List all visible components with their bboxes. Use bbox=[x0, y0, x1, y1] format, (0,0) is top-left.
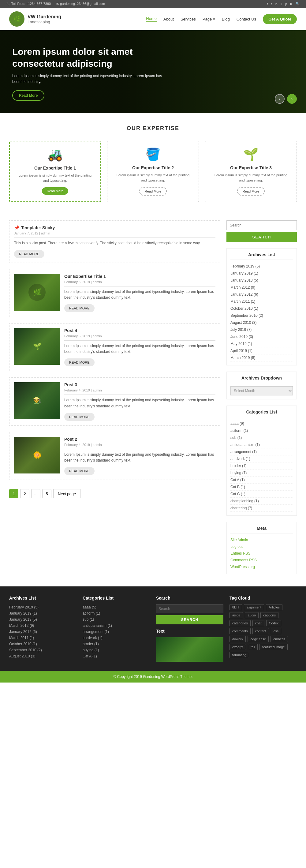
sidebar-search-button[interactable]: SEARCH bbox=[226, 232, 297, 242]
sticky-read-more[interactable]: READ MORE bbox=[14, 250, 44, 258]
list-item[interactable]: Cat B (1) bbox=[231, 484, 293, 491]
tag-8bit[interactable]: 8BIT bbox=[230, 604, 242, 610]
pinterest-icon[interactable]: p bbox=[285, 2, 287, 6]
list-item[interactable]: September 2010 (2) bbox=[231, 312, 293, 319]
footer-search-input[interactable] bbox=[156, 604, 223, 613]
list-item[interactable]: buying (1) bbox=[83, 647, 150, 653]
list-item[interactable]: arrangement (1) bbox=[231, 448, 293, 456]
page-5-button[interactable]: 5 bbox=[42, 489, 52, 498]
tag-codex[interactable]: Codex bbox=[266, 620, 281, 626]
post-3-read-more[interactable]: READ MORE bbox=[64, 413, 95, 421]
nav-blog[interactable]: Blog bbox=[222, 17, 230, 22]
list-item[interactable]: Cat C (1) bbox=[231, 491, 293, 498]
linkedin-icon[interactable]: li bbox=[281, 2, 282, 6]
tag-featured-image[interactable]: featured image bbox=[259, 644, 287, 650]
tag-articles[interactable]: Articles bbox=[266, 604, 282, 610]
list-item[interactable]: June 2019 (3) bbox=[231, 333, 293, 340]
search-icon[interactable]: 🔍 bbox=[296, 2, 300, 6]
page-1-button[interactable]: 1 bbox=[9, 489, 18, 498]
page-2-button[interactable]: 2 bbox=[20, 489, 29, 498]
tag-aside[interactable]: aside bbox=[230, 612, 243, 618]
list-item[interactable]: antiquarianism (1) bbox=[83, 623, 150, 629]
list-item[interactable]: Comments RSS bbox=[231, 557, 293, 563]
list-item[interactable]: buying (1) bbox=[231, 469, 293, 476]
hero-prev-button[interactable]: ‹ bbox=[275, 94, 284, 104]
list-item[interactable]: Cat A (1) bbox=[83, 653, 150, 659]
list-item[interactable]: January 2013 (5) bbox=[9, 616, 76, 623]
tag-css[interactable]: css bbox=[271, 628, 281, 634]
youtube-icon[interactable]: ▶ bbox=[290, 2, 293, 6]
list-item[interactable]: aciform (1) bbox=[231, 427, 293, 434]
archives-dropdown-select[interactable]: Select Month bbox=[231, 386, 293, 396]
tag-fail[interactable]: fail bbox=[248, 644, 258, 650]
list-item[interactable]: sub (1) bbox=[83, 616, 150, 623]
expertise-read-more-3[interactable]: Read More bbox=[237, 187, 265, 195]
list-item[interactable]: March 2011 (1) bbox=[9, 635, 76, 641]
list-item[interactable]: broder (1) bbox=[83, 641, 150, 647]
list-item[interactable]: WordPress.org bbox=[231, 563, 293, 570]
list-item[interactable]: Log out bbox=[231, 543, 293, 550]
list-item[interactable]: July 2019 (7) bbox=[231, 326, 293, 333]
list-item[interactable]: championblog (1) bbox=[231, 498, 293, 505]
list-item[interactable]: January 2019 (1) bbox=[9, 610, 76, 616]
list-item[interactable]: sub (1) bbox=[231, 434, 293, 441]
list-item[interactable]: aardvark (1) bbox=[231, 456, 293, 462]
list-item[interactable]: January 2019 (1) bbox=[231, 270, 293, 277]
list-item[interactable]: aaaa (9) bbox=[231, 420, 293, 427]
list-item[interactable]: March 2011 (1) bbox=[231, 298, 293, 305]
list-item[interactable]: October 2010 (1) bbox=[231, 305, 293, 312]
list-item[interactable]: aciform (1) bbox=[83, 610, 150, 616]
page-ellipsis[interactable]: ... bbox=[31, 489, 40, 498]
twitter-icon[interactable]: t bbox=[271, 2, 272, 6]
expertise-read-more-1[interactable]: Read More bbox=[42, 187, 68, 195]
list-item[interactable]: arrangement (1) bbox=[83, 629, 150, 635]
footer-search-button[interactable]: SEARCH bbox=[156, 615, 223, 624]
hero-next-button[interactable]: › bbox=[287, 94, 297, 104]
list-item[interactable]: Site Admin bbox=[231, 536, 293, 543]
list-item[interactable]: October 2010 (1) bbox=[9, 641, 76, 647]
expertise-read-more-2[interactable]: Read More bbox=[139, 187, 167, 195]
list-item[interactable]: Cat A (1) bbox=[231, 476, 293, 484]
list-item[interactable]: March 2019 (5) bbox=[231, 354, 293, 362]
list-item[interactable]: Entries RSS bbox=[231, 550, 293, 557]
instagram-icon[interactable]: in bbox=[275, 2, 278, 6]
hero-read-more-button[interactable]: Read More bbox=[12, 90, 44, 101]
nav-page[interactable]: Page ▾ bbox=[203, 17, 215, 22]
tag-categories[interactable]: categories bbox=[230, 620, 251, 626]
list-item[interactable]: August 2010 (3) bbox=[9, 653, 76, 659]
tag-content[interactable]: content bbox=[252, 628, 269, 634]
nav-home[interactable]: Home bbox=[146, 16, 157, 22]
tag-edge-case[interactable]: edge case bbox=[248, 636, 269, 642]
nav-services[interactable]: Services bbox=[181, 17, 196, 22]
sidebar-search-input[interactable] bbox=[226, 220, 297, 230]
page-next-button[interactable]: Next page bbox=[53, 489, 81, 498]
list-item[interactable]: antiquarianism (1) bbox=[231, 441, 293, 448]
list-item[interactable]: February 2019 (5) bbox=[231, 263, 293, 270]
post-2-read-more[interactable]: READ MORE bbox=[64, 359, 95, 366]
tag-formating[interactable]: formating bbox=[230, 652, 249, 658]
list-item[interactable]: January 2013 (5) bbox=[231, 277, 293, 284]
tag-chat[interactable]: chat bbox=[252, 620, 265, 626]
list-item[interactable]: aardvark (1) bbox=[83, 635, 150, 641]
list-item[interactable]: April 2019 (1) bbox=[231, 347, 293, 354]
list-item[interactable]: August 2010 (3) bbox=[231, 319, 293, 326]
list-item[interactable]: January 2012 (6) bbox=[9, 629, 76, 635]
post-4-read-more[interactable]: READ MORE bbox=[64, 467, 95, 475]
tag-alignment[interactable]: alignment bbox=[244, 604, 264, 610]
list-item[interactable]: broder (1) bbox=[231, 462, 293, 469]
nav-contact[interactable]: Contact Us bbox=[237, 17, 256, 22]
facebook-icon[interactable]: f bbox=[267, 2, 268, 6]
list-item[interactable]: May 2019 (1) bbox=[231, 340, 293, 347]
tag-comments[interactable]: comments bbox=[230, 628, 251, 634]
tag-audio[interactable]: audio bbox=[245, 612, 258, 618]
tag-captions[interactable]: captions bbox=[261, 612, 278, 618]
tag-embeds[interactable]: embeds bbox=[271, 636, 288, 642]
list-item[interactable]: aaaa (5) bbox=[83, 604, 150, 610]
tag-excerpt[interactable]: excerpt bbox=[230, 644, 246, 650]
list-item[interactable]: February 2019 (5) bbox=[9, 604, 76, 610]
tag-dowork[interactable]: dowork bbox=[230, 636, 246, 642]
list-item[interactable]: chartering (7) bbox=[231, 505, 293, 512]
post-1-read-more[interactable]: READ MORE bbox=[64, 304, 95, 312]
list-item[interactable]: March 2012 (9) bbox=[231, 284, 293, 291]
list-item[interactable]: March 2012 (9) bbox=[9, 623, 76, 629]
